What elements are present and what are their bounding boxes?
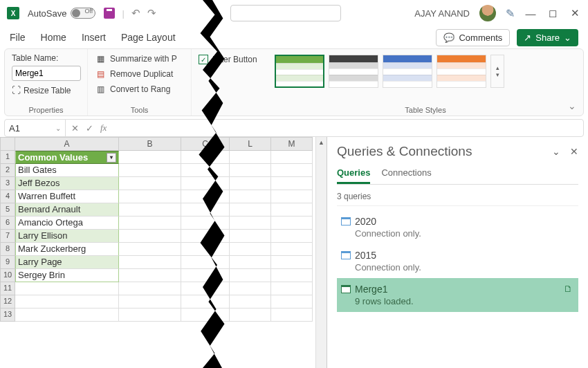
tablename-input[interactable] (12, 66, 81, 81)
autosave-toggle[interactable]: AutoSave Off (28, 8, 95, 19)
table-cell[interactable]: Amancio Ortega (15, 217, 119, 230)
resize-icon: ⛶ (12, 85, 21, 95)
collapse-ribbon-icon[interactable]: ⌄ (568, 100, 576, 111)
queries-connections-panel: Queries & Connections ⌄ ✕ Queries Connec… (327, 137, 588, 368)
table-style-dark[interactable] (329, 55, 378, 88)
close-button[interactable]: ✕ (569, 7, 581, 19)
autosave-label: AutoSave (28, 8, 66, 19)
table-cell[interactable]: Bernard Arnault (15, 203, 119, 217)
ribbon-tabs: File Home Insert Page Layout 💬 Comments … (0, 26, 588, 48)
table-style-green[interactable] (275, 55, 324, 88)
chevron-down-icon: ⌄ (55, 125, 61, 132)
minimize-button[interactable]: — (524, 8, 537, 19)
chevron-down-icon: ⌄ (564, 33, 571, 43)
row-header[interactable]: 12 (0, 295, 15, 309)
row-header[interactable]: 10 (0, 269, 15, 282)
query-item-selected[interactable]: Merge1 9 rows loaded. 🗋 (337, 278, 578, 312)
table-style-orange[interactable] (437, 55, 486, 88)
tab-insert[interactable]: Insert (82, 32, 106, 43)
group-tools: ▦ Summarize with P ▤ Remove Duplicat ▥ C… (88, 49, 192, 116)
panel-title: Queries & Connections (337, 144, 472, 159)
table-cell[interactable]: Bill Gates (15, 164, 119, 177)
cancel-icon[interactable]: ✕ (71, 123, 79, 134)
table-cell[interactable]: Larry Page (15, 256, 119, 269)
query-count: 3 queries (337, 192, 578, 206)
row-header[interactable]: 9 (0, 256, 15, 269)
table-icon (341, 251, 351, 259)
summarize-button[interactable]: ▦ Summarize with P (95, 53, 184, 64)
quick-access-toolbar: | ↶ ↷ (104, 7, 156, 19)
group-options: ✓ Filter Button (192, 49, 268, 116)
row-header[interactable]: 4 (0, 190, 15, 203)
convert-range-button[interactable]: ▥ Convert to Rang (95, 84, 184, 95)
undo-icon[interactable]: ↶ (131, 7, 140, 19)
name-box[interactable]: A1 ⌄ (5, 120, 66, 136)
comment-icon: 💬 (443, 33, 454, 43)
group-properties: Table Name: ⛶ Resize Table Properties (5, 49, 88, 116)
remove-dup-icon: ▤ (95, 68, 106, 80)
maximize-button[interactable]: ◻ (546, 7, 559, 19)
user-name: AJAY ANAND (414, 8, 470, 19)
table-cell[interactable]: Mark Zuckerberg (15, 243, 119, 256)
row-header[interactable]: 1 (0, 151, 15, 164)
pivot-icon: ▦ (95, 53, 106, 64)
chevron-down-icon[interactable]: ⌄ (552, 146, 560, 157)
table-cell[interactable]: Larry Ellison (15, 230, 119, 243)
query-item[interactable]: 2015 Connection only. (337, 244, 578, 278)
col-header[interactable]: C (181, 137, 230, 151)
avatar[interactable] (479, 5, 496, 21)
remove-duplicates-button[interactable]: ▤ Remove Duplicat (95, 68, 184, 80)
tab-pagelayout[interactable]: Page Layout (121, 32, 176, 43)
row-header[interactable]: 7 (0, 230, 15, 243)
spreadsheet-grid[interactable]: A B C L M 1 Common Values ▾ 2 Bill Gates… (0, 137, 315, 368)
filter-button-checkbox[interactable]: ✓ Filter Button (199, 53, 261, 64)
table-icon (341, 217, 351, 226)
tab-connections[interactable]: Connections (381, 167, 431, 184)
scroll-up-icon[interactable]: ▲ (316, 137, 327, 148)
pen-icon[interactable]: ✎ (506, 7, 515, 20)
redo-icon[interactable]: ↷ (147, 7, 156, 19)
table-cell[interactable]: Jeff Bezos (15, 177, 119, 190)
row-header[interactable]: 8 (0, 243, 15, 256)
titlebar: X AutoSave Off | ↶ ↷ AJAY ANAND ✎ — ◻ ✕ (0, 0, 588, 26)
col-header[interactable]: M (271, 137, 313, 151)
table-style-blue[interactable] (383, 55, 432, 88)
col-header[interactable]: L (230, 137, 271, 151)
panel-tabs: Queries Connections (337, 167, 578, 185)
resize-table-button[interactable]: ⛶ Resize Table (12, 85, 80, 95)
tablename-label: Table Name: (12, 53, 80, 63)
table-cell[interactable]: Warren Buffett (15, 190, 119, 203)
col-header[interactable]: A (15, 137, 119, 151)
formula-bar: A1 ⌄ ✕ ✓ fx (4, 119, 584, 137)
table-header-cell[interactable]: Common Values ▾ (15, 151, 119, 164)
row-header[interactable]: 6 (0, 217, 15, 230)
vertical-scrollbar[interactable]: ▲ (315, 137, 327, 368)
tab-file[interactable]: File (10, 32, 26, 43)
table-icon (341, 285, 351, 293)
filter-dropdown-icon[interactable]: ▾ (107, 153, 116, 163)
refresh-icon[interactable]: 🗋 (564, 284, 573, 294)
row-header[interactable]: 13 (0, 309, 15, 322)
divider: | (122, 8, 124, 19)
styles-more-button[interactable]: ▴▾ (490, 55, 504, 88)
excel-icon: X (7, 7, 19, 19)
query-item[interactable]: 2020 Connection only. (337, 210, 578, 244)
col-header[interactable]: B (119, 137, 181, 151)
convert-icon: ▥ (95, 84, 106, 95)
row-header[interactable]: 5 (0, 203, 15, 217)
close-icon[interactable]: ✕ (570, 146, 578, 157)
fx-icon[interactable]: fx (100, 122, 107, 134)
tab-home[interactable]: Home (41, 32, 66, 43)
comments-button[interactable]: 💬 Comments (436, 29, 510, 46)
share-button[interactable]: ↗ Share ⌄ (517, 29, 578, 46)
row-header[interactable]: 2 (0, 164, 15, 177)
table-cell[interactable]: Sergey Brin (15, 269, 119, 282)
enter-icon[interactable]: ✓ (86, 123, 93, 134)
checkbox-icon: ✓ (199, 55, 208, 64)
toggle-switch[interactable]: Off (71, 8, 95, 19)
save-icon[interactable] (104, 8, 115, 19)
search-input[interactable] (230, 5, 341, 21)
row-header[interactable]: 3 (0, 177, 15, 190)
row-header[interactable]: 11 (0, 282, 15, 295)
tab-queries[interactable]: Queries (337, 167, 370, 184)
